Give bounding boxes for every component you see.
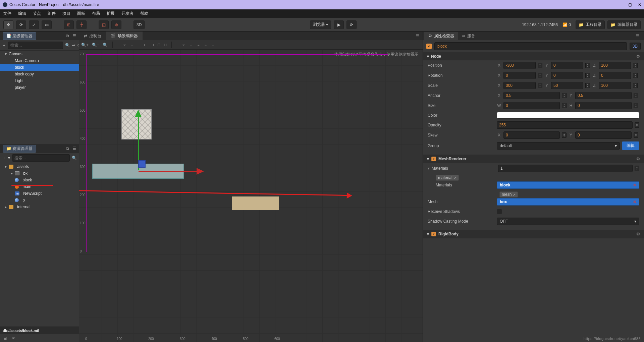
size-h-input[interactable] — [575, 102, 632, 109]
position-z-input[interactable] — [599, 62, 631, 69]
menu-icon[interactable]: ☰ — [72, 34, 76, 38]
view-3d-button[interactable]: 3D — [133, 20, 145, 29]
scale-tool-button[interactable]: ⤢ — [29, 20, 39, 29]
align-tool-1[interactable]: ⊞ — [64, 20, 74, 29]
hierarchy-item[interactable]: Main Camera — [0, 57, 79, 64]
close-icon[interactable]: ✕ — [638, 2, 641, 7]
gizmo-y-arrow-icon[interactable] — [135, 110, 142, 117]
scale-x-input[interactable] — [503, 82, 536, 89]
add-icon[interactable]: ＋ — [2, 155, 6, 161]
rotation-z-input[interactable] — [599, 72, 631, 79]
asset-item[interactable]: ▾ assets — [0, 163, 79, 170]
menu-item[interactable]: 编辑 — [15, 11, 30, 16]
menu-icon[interactable]: ☰ — [412, 32, 423, 40]
anchor-y-input[interactable] — [575, 92, 632, 99]
rigidbody-enabled-checkbox[interactable]: ✔ — [431, 232, 436, 236]
opacity-input[interactable] — [497, 121, 633, 129]
rotation-x-input[interactable] — [503, 72, 536, 79]
skew-x-input[interactable] — [503, 131, 560, 139]
project-dir-button[interactable]: 📁工程目录 — [576, 20, 605, 29]
console-icon[interactable]: ▣ — [3, 336, 7, 341]
collapse-icon[interactable]: ↩ — [72, 43, 75, 48]
hierarchy-item[interactable]: block copy — [0, 71, 79, 77]
search-icon[interactable]: 🔍 — [72, 156, 77, 160]
assets-tab-label[interactable]: 📁 资源管理器 — [3, 145, 36, 153]
popout-icon[interactable]: ⧉ — [66, 146, 69, 151]
align-tool-2[interactable]: ┿ — [76, 20, 87, 29]
rect-tool-button[interactable]: ▭ — [42, 20, 52, 29]
menu-item[interactable]: 文件 — [0, 11, 15, 16]
node-tan[interactable] — [232, 196, 279, 210]
hierarchy-item[interactable]: block — [0, 64, 79, 71]
clear-icon[interactable]: ✕ — [633, 183, 636, 187]
hierarchy-item[interactable]: player — [0, 84, 79, 91]
gear-icon[interactable]: ⚙ — [636, 157, 640, 161]
move-tool-button[interactable]: ✥ — [3, 20, 13, 29]
add-icon[interactable]: ＋ — [2, 43, 6, 48]
asset-item[interactable]: ▸ bk — [0, 170, 79, 177]
maximize-icon[interactable]: ▢ — [628, 2, 632, 7]
section-node[interactable]: ▾ Node⚙ — [423, 52, 644, 60]
clear-icon[interactable]: ✕ — [633, 199, 636, 204]
3d-toggle-button[interactable]: 3D — [630, 43, 641, 50]
hierarchy-item[interactable]: Light — [0, 77, 79, 84]
mesh-slot[interactable]: box✕ — [497, 198, 639, 206]
hierarchy-item[interactable]: ▾Canvas — [0, 51, 79, 57]
menu-icon[interactable]: ☰ — [72, 146, 76, 151]
play-button[interactable]: ▶ — [334, 20, 344, 29]
preview-mode-select[interactable]: 浏览器 ▾ — [310, 20, 331, 29]
scale-z-input[interactable] — [599, 82, 631, 89]
section-meshrenderer[interactable]: ▾ ✔ MeshRenderer⚙ — [423, 155, 644, 163]
gear-icon[interactable]: ⚙ — [636, 54, 640, 59]
rotation-y-input[interactable] — [551, 72, 583, 79]
menu-item[interactable]: 项目 — [59, 11, 74, 16]
zoom-out-icon[interactable]: 🔍− — [92, 43, 99, 47]
asset-item[interactable]: TS NewScript — [0, 190, 79, 197]
menu-item[interactable]: 组件 — [44, 11, 59, 16]
gizmo-tool-1[interactable]: ◱ — [99, 20, 109, 29]
zoom-reset-icon[interactable]: 🔍 — [103, 43, 108, 47]
assets-search-input[interactable] — [12, 154, 70, 162]
menu-item[interactable]: 帮助 — [137, 11, 152, 16]
search-icon[interactable]: 🔍 — [65, 43, 70, 48]
receive-shadows-checkbox[interactable] — [497, 209, 502, 214]
group-select[interactable]: default▾ — [497, 142, 620, 150]
menu-item[interactable]: 布局 — [89, 11, 103, 16]
preview-icon[interactable]: 👁 — [12, 336, 16, 341]
zoom-in-icon[interactable]: 🔍+ — [81, 43, 89, 47]
edit-groups-button[interactable]: 编辑 — [622, 141, 639, 150]
asset-item[interactable]: p — [0, 197, 79, 204]
gear-icon[interactable]: ⚙ — [636, 232, 640, 236]
menu-item[interactable]: 开发者 — [118, 11, 137, 16]
menu-item[interactable]: 面板 — [74, 11, 89, 16]
position-x-input[interactable] — [503, 62, 536, 69]
node-enabled-checkbox[interactable]: ✔ — [426, 44, 432, 49]
gizmo-center-handle[interactable] — [138, 160, 146, 168]
skew-y-input[interactable] — [575, 131, 632, 139]
color-picker[interactable] — [497, 112, 639, 119]
editor-dir-button[interactable]: 📁编辑器目录 — [607, 20, 641, 29]
shadow-mode-select[interactable]: OFF▾ — [497, 218, 639, 225]
asset-item[interactable]: ▸ internal — [0, 204, 79, 210]
align-icon[interactable]: ⫞ — [117, 43, 119, 47]
menu-icon[interactable]: ☰ — [632, 32, 643, 40]
scene-viewport[interactable]: 使用鼠标右键平移视窗焦点，使用滚轮缩放视图 700600500400300200… — [79, 50, 423, 342]
tab-console[interactable]: ⇄控制台 — [79, 32, 106, 40]
rotate-tool-button[interactable]: ⟳ — [16, 20, 26, 29]
anchor-x-input[interactable] — [503, 92, 560, 99]
asset-item[interactable]: main — [0, 183, 79, 190]
reload-button[interactable]: ⟳ — [346, 20, 357, 29]
filter-icon[interactable]: ▾ — [8, 156, 10, 160]
menu-item[interactable]: 扩展 — [103, 11, 118, 16]
section-rigidbody[interactable]: ▾ ✔ RigidBody⚙ — [423, 230, 644, 238]
scale-y-input[interactable] — [551, 82, 583, 89]
node-name-input[interactable] — [434, 42, 627, 50]
tab-inspector[interactable]: ⚙ 属性检查器 — [424, 32, 458, 40]
size-w-input[interactable] — [503, 102, 560, 109]
meshrenderer-enabled-checkbox[interactable]: ✔ — [431, 157, 436, 161]
gizmo-x-arrow-icon[interactable] — [197, 168, 204, 175]
materials-count-input[interactable] — [498, 165, 633, 172]
menu-item[interactable]: 节点 — [30, 11, 44, 16]
material-slot[interactable]: block✕ — [497, 181, 639, 189]
hierarchy-tab-label[interactable]: 📑 层级管理器 — [3, 32, 36, 40]
